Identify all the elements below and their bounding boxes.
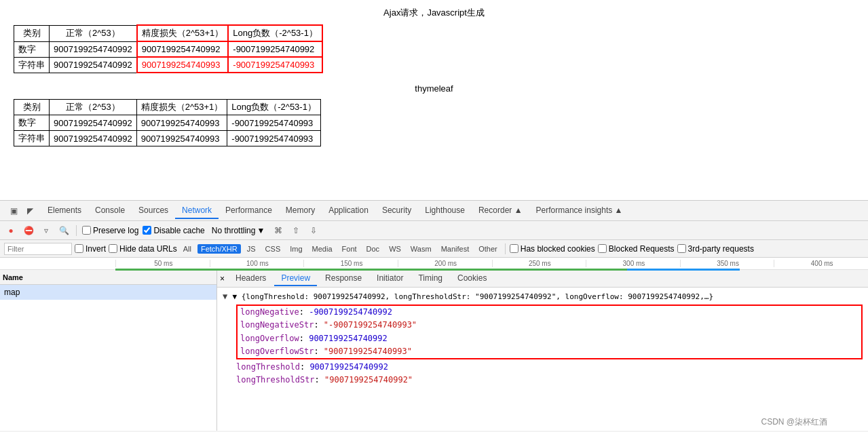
s1-r0c3: -9007199254740992: [228, 41, 322, 57]
section2-table: 类别 正常（2^53） 精度损失（2^53+1） Long负数（-2^53-1）…: [14, 99, 321, 146]
tab-recorder[interactable]: Recorder ▲: [472, 203, 529, 219]
filter-type-other[interactable]: Other: [475, 244, 501, 254]
json-line-longnegstr: longNegativeStr: "-9007199254740993": [240, 319, 858, 332]
filter-type-manifest[interactable]: Manifest: [438, 244, 473, 254]
disable-cache-checkbox[interactable]: [143, 226, 151, 235]
tab-performance[interactable]: Performance: [219, 203, 279, 219]
marker-200ms: 200 ms: [398, 260, 492, 267]
main-content: Ajax请求，Javascript生成 类别 正常（2^53） 精度损失（2^5…: [0, 0, 868, 200]
section1-title: Ajax请求，Javascript生成: [14, 7, 854, 19]
s1-h1: 正常（2^53）: [50, 25, 137, 41]
section2: thymeleaf 类别 正常（2^53） 精度损失（2^53+1） Long负…: [14, 83, 854, 146]
s2-h1: 正常（2^53）: [50, 100, 137, 115]
json-line-longoverflow: longOverflow: 9007199254740992: [240, 332, 858, 345]
file-name-map: map: [4, 288, 20, 297]
throttle-button[interactable]: No throttling ▼: [209, 225, 268, 236]
filter-type-font[interactable]: Font: [339, 244, 360, 254]
has-blocked-label[interactable]: Has blocked cookies: [510, 244, 595, 254]
json-line-longneg: longNegative: -9007199254740992: [240, 306, 858, 319]
filter-type-css[interactable]: CSS: [262, 244, 284, 254]
tab-security[interactable]: Security: [375, 203, 418, 219]
filter-type-all[interactable]: All: [180, 244, 195, 254]
s1-r0c1: 9007199254740992: [50, 41, 137, 57]
blocked-requests-checkbox[interactable]: [598, 244, 607, 253]
marker-150ms: 150 ms: [303, 260, 398, 267]
device-icon[interactable]: ◤: [23, 204, 37, 218]
hide-data-urls-checkbox[interactable]: [109, 244, 117, 253]
tab-lighthouse[interactable]: Lighthouse: [418, 203, 472, 219]
json-longthreshold-val: 9007199254740992: [309, 362, 388, 372]
detail-tab-headers[interactable]: Headers: [229, 271, 273, 286]
filter-input[interactable]: [4, 243, 72, 255]
marker-100ms: 100 ms: [210, 260, 304, 267]
third-party-label[interactable]: 3rd-party requests: [677, 244, 754, 254]
has-blocked-checkbox[interactable]: [510, 244, 518, 253]
filter-sep: [505, 243, 506, 254]
throttle-arrow-icon: ▼: [257, 226, 265, 235]
hide-data-urls-label[interactable]: Hide data URLs: [109, 244, 177, 254]
preserve-log-text: Preserve log: [93, 226, 138, 235]
progress-blue-bar: [627, 269, 740, 271]
preserve-log-label[interactable]: Preserve log: [82, 226, 138, 235]
filter-type-fetchxhr[interactable]: Fetch/XHR: [197, 244, 241, 254]
watermark: CSDN @柒杯红酒: [761, 416, 827, 428]
json-expand-icon[interactable]: ▼: [223, 292, 232, 301]
record-icon[interactable]: ●: [4, 224, 18, 237]
inspect-icon[interactable]: ▣: [7, 204, 20, 218]
blocked-requests-label[interactable]: Blocked Requests: [598, 244, 675, 254]
preserve-log-checkbox[interactable]: [82, 226, 91, 235]
tab-console[interactable]: Console: [88, 203, 132, 219]
json-longnegstr-val: "-9007199254740993": [324, 320, 417, 330]
filter-type-wasm[interactable]: Wasm: [407, 244, 435, 254]
upload-icon[interactable]: ⇧: [289, 224, 303, 237]
search-icon[interactable]: 🔍: [57, 224, 71, 237]
tab-memory[interactable]: Memory: [279, 203, 322, 219]
s2-r1c3: -9007199254740993: [227, 131, 321, 146]
tab-application[interactable]: Application: [322, 203, 375, 219]
json-root-line[interactable]: ▼ ▼ {longThreshold: 9007199254740992, lo…: [223, 290, 863, 303]
detail-tab-preview[interactable]: Preview: [274, 271, 317, 286]
detail-panel: × Headers Preview Response Initiator Tim…: [217, 270, 868, 431]
tab-network[interactable]: Network: [175, 203, 219, 219]
json-root-text: ▼ {longThreshold: 9007199254740992, long…: [232, 292, 713, 301]
json-highlighted-section: longNegative: -9007199254740992 longNega…: [236, 305, 863, 359]
marker-50ms: 50 ms: [115, 260, 210, 267]
detail-close-icon[interactable]: ×: [220, 274, 225, 283]
invert-label[interactable]: Invert: [75, 244, 106, 254]
s2-r0c0: 数字: [14, 115, 50, 131]
filter-type-img[interactable]: Img: [286, 244, 305, 254]
s2-r0c1: 9007199254740992: [50, 115, 137, 131]
file-row-map[interactable]: map: [0, 285, 216, 300]
s2-r1c0: 字符串: [14, 131, 50, 146]
timeline-bar: 50 ms 100 ms 150 ms 200 ms 250 ms 300 ms…: [0, 258, 868, 270]
filter-icon[interactable]: ▿: [39, 224, 53, 237]
filter-type-doc[interactable]: Doc: [363, 244, 383, 254]
detail-tab-cookies[interactable]: Cookies: [451, 271, 493, 286]
filter-type-media[interactable]: Media: [309, 244, 336, 254]
disable-cache-label[interactable]: Disable cache: [143, 226, 204, 235]
tab-sources[interactable]: Sources: [132, 203, 175, 219]
progress-green-bar: [115, 269, 627, 271]
filter-type-js[interactable]: JS: [244, 244, 259, 254]
invert-checkbox[interactable]: [75, 244, 83, 253]
json-longthresholdstr-val: "9007199254740992": [324, 375, 413, 385]
network-toolbar: ● ⛔ ▿ 🔍 Preserve log Disable cache No th…: [0, 221, 868, 240]
wifi-icon[interactable]: ⌘: [271, 224, 285, 237]
clear-icon[interactable]: ⛔: [22, 224, 35, 237]
download-icon[interactable]: ⇩: [307, 224, 320, 237]
third-party-checkbox[interactable]: [677, 244, 686, 253]
detail-tab-response[interactable]: Response: [318, 271, 369, 286]
marker-350ms: 350 ms: [680, 260, 774, 267]
detail-tab-initiator[interactable]: Initiator: [370, 271, 410, 286]
s2-r0c2: 9007199254740993: [136, 115, 227, 131]
invert-text: Invert: [86, 244, 106, 254]
filter-type-ws[interactable]: WS: [385, 244, 404, 254]
separator1: [76, 225, 77, 236]
s1-h0: 类别: [14, 25, 50, 41]
section1-table: 类别 正常（2^53） 精度损失（2^53+1） Long负数（-2^53-1）…: [14, 24, 323, 73]
tab-elements[interactable]: Elements: [41, 203, 88, 219]
s2-h2: 精度损失（2^53+1）: [136, 100, 227, 115]
tab-performance-insights[interactable]: Performance insights ▲: [529, 203, 630, 219]
s2-r0c3: -9007199254740993: [227, 115, 321, 131]
detail-tab-timing[interactable]: Timing: [411, 271, 449, 286]
